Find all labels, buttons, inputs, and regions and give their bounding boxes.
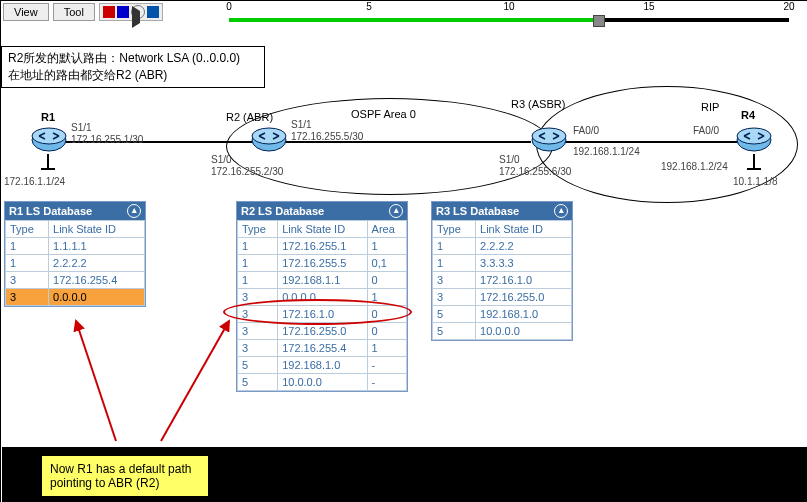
r1-ls-database-table: R1 LS Database▴ Type Link State ID 11.1.…	[4, 201, 146, 307]
table-row[interactable]: 1172.16.255.11	[238, 238, 407, 255]
play-controls	[99, 3, 163, 21]
callout-line2: 在地址的路由都交给R2 (ABR)	[8, 67, 258, 84]
table-row[interactable]: 3172.16.255.4	[6, 272, 145, 289]
r2-ls-database-table: R2 LS Database▴ Type Link State ID Area …	[236, 201, 408, 392]
svg-point-7	[737, 128, 771, 144]
table-row[interactable]: 1192.168.1.10	[238, 272, 407, 289]
table-row[interactable]: 3172.16.1.0	[433, 272, 572, 289]
col-lsid: Link State ID	[476, 221, 572, 238]
stop-button[interactable]	[117, 6, 129, 18]
table-row[interactable]: 510.0.0.0	[433, 323, 572, 340]
r4-stub	[753, 154, 755, 168]
r2-if-bot: S1/0	[211, 154, 232, 165]
r3-ip-right: 192.168.1.1/24	[573, 146, 640, 157]
router-r2[interactable]	[251, 126, 287, 154]
ruler-tick: 5	[366, 1, 372, 12]
table-row[interactable]: 12.2.2.2	[433, 238, 572, 255]
col-type: Type	[433, 221, 476, 238]
table-row[interactable]: 5192.168.1.0-	[238, 357, 407, 374]
col-lsid: Link State ID	[278, 221, 367, 238]
r2-if-right: S1/1	[291, 119, 312, 130]
r1-stub-cap	[41, 168, 55, 170]
router-r3[interactable]	[531, 126, 567, 154]
view-button[interactable]: View	[3, 3, 49, 21]
svg-point-1	[32, 128, 66, 144]
r2-label: R2 (ABR)	[226, 111, 273, 123]
col-area: Area	[367, 221, 406, 238]
record-button[interactable]	[103, 6, 115, 18]
r1-ip: 172.16.255.1/30	[71, 134, 143, 145]
r1-stub	[47, 154, 49, 168]
tool-button[interactable]: Tool	[53, 3, 95, 21]
r4-stub-cap	[747, 168, 761, 170]
note-text: Now R1 has a default path pointing to AB…	[50, 462, 191, 490]
r4-ip-left: 192.168.1.2/24	[661, 161, 728, 172]
r3-if-bot: S1/0	[499, 154, 520, 165]
forward-button[interactable]	[147, 6, 159, 18]
info-callout: R2所发的默认路由：Network LSA (0..0.0.0) 在地址的路由都…	[1, 46, 265, 88]
table-row[interactable]: 5192.168.1.0	[433, 306, 572, 323]
svg-line-9	[161, 321, 229, 441]
table-row[interactable]: 1172.16.255.50,1	[238, 255, 407, 272]
ruler-tick: 10	[503, 1, 514, 12]
r3-ls-database-table: R3 LS Database▴ Type Link State ID 12.2.…	[431, 201, 573, 341]
callout-line1: R2所发的默认路由：Network LSA (0..0.0.0)	[8, 50, 258, 67]
r4-if-left: FA0/0	[693, 125, 719, 136]
table-row[interactable]: 13.3.3.3	[433, 255, 572, 272]
svg-point-3	[252, 128, 286, 144]
r1-if: S1/1	[71, 122, 92, 133]
timeline-slider[interactable]	[593, 15, 605, 27]
r2-ip-right: 172.16.255.5/30	[291, 131, 363, 142]
rip-label: RIP	[701, 101, 719, 113]
r1-label: R1	[41, 111, 55, 123]
svg-line-8	[76, 321, 116, 441]
table-row[interactable]: 510.0.0.0-	[238, 374, 407, 391]
annotation-note: Now R1 has a default path pointing to AB…	[41, 455, 209, 497]
r4-stub-ip: 10.1.1.1/8	[733, 176, 777, 187]
r3-if-right: FA0/0	[573, 125, 599, 136]
table-row[interactable]: 3172.16.255.00	[238, 323, 407, 340]
ospf-area-label: OSPF Area 0	[351, 108, 416, 120]
ruler-tick: 0	[226, 1, 232, 12]
timeline-ruler[interactable]: 0 5 10 15 20	[229, 3, 789, 25]
table-row[interactable]: 11.1.1.1	[6, 238, 145, 255]
r3-table-title: R3 LS Database	[436, 205, 519, 217]
ruler-tick: 15	[643, 1, 654, 12]
r1-stub-ip: 172.16.1.1/24	[4, 176, 65, 187]
timeline-track	[229, 18, 789, 22]
table-row[interactable]: 30.0.0.0	[6, 289, 145, 306]
r3-ip-bot: 172.16.255.6/30	[499, 166, 571, 177]
r1-table-title: R1 LS Database	[9, 205, 92, 217]
ruler-tick: 20	[783, 1, 794, 12]
table-row[interactable]: 30.0.0.01	[238, 289, 407, 306]
play-button[interactable]	[131, 5, 145, 19]
router-r1[interactable]	[31, 126, 67, 154]
svg-point-5	[532, 128, 566, 144]
col-lsid: Link State ID	[49, 221, 145, 238]
r3-label: R3 (ASBR)	[511, 98, 565, 110]
r4-label: R4	[741, 109, 755, 121]
link-r3-r4	[561, 141, 741, 143]
toolbar: View Tool	[3, 3, 163, 21]
table-row[interactable]: 3172.16.255.41	[238, 340, 407, 357]
col-type: Type	[238, 221, 278, 238]
table-row[interactable]: 12.2.2.2	[6, 255, 145, 272]
table-row[interactable]: 3172.16.255.0	[433, 289, 572, 306]
r2-table-title: R2 LS Database	[241, 205, 324, 217]
router-r4[interactable]	[736, 126, 772, 154]
col-type: Type	[6, 221, 49, 238]
r2-ip-bot: 172.16.255.2/30	[211, 166, 283, 177]
table-row[interactable]: 3172.16.1.00	[238, 306, 407, 323]
collapse-icon[interactable]: ▴	[389, 204, 403, 218]
collapse-icon[interactable]: ▴	[554, 204, 568, 218]
collapse-icon[interactable]: ▴	[127, 204, 141, 218]
